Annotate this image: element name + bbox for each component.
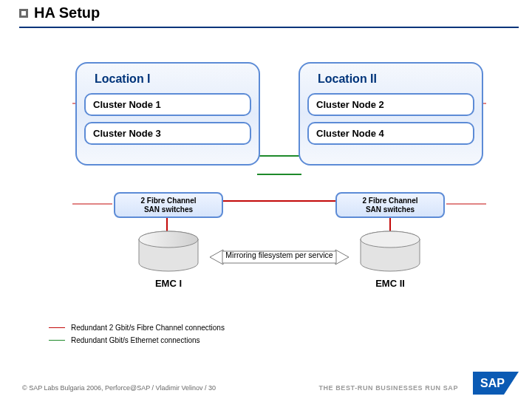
fc-switch-left-line2: SAN switches [120,205,217,214]
location-panel-left: Location I Cluster Node 1 Cluster Node 3 [75,62,260,166]
storage-label-left: EMC I [136,278,201,289]
fc-switch-right-line2: SAN switches [341,205,439,214]
svg-point-6 [139,231,198,248]
legend-fc-label: Redundant 2 Gbit/s Fibre Channel connect… [71,324,225,332]
header-rule [19,27,519,28]
cluster-node-3: Cluster Node 3 [84,122,251,145]
svg-point-8 [361,231,420,248]
sap-logo-icon: SAP [473,372,519,395]
storage-label-right: EMC II [358,278,423,289]
mirror-label: Mirroring filesystem per service [211,250,347,259]
cluster-node-4: Cluster Node 4 [307,122,474,145]
location-title-right: Location II [318,72,474,86]
storage-cylinder-right: EMC II [358,231,423,291]
cylinder-icon [358,231,423,275]
footer-tagline: THE BEST-RUN BUSINESSES RUN SAP [318,384,458,392]
fc-switch-right-line1: 2 Fibre Channel [341,197,439,205]
fc-switch-right: 2 Fibre Channel SAN switches [335,192,445,218]
cylinder-icon [136,231,201,275]
legend-fc-line-icon [49,327,65,328]
legend-row-eth: Redundant Gbit/s Ethernet connections [49,336,225,344]
page-title: HA Setup [34,4,100,21]
footer-copyright: © SAP Labs Bulgaria 2006, Perforce@SAP /… [22,384,216,392]
legend-row-fc: Redundant 2 Gbit/s Fibre Channel connect… [49,324,225,332]
location-title-left: Location I [95,72,251,86]
legend-eth-line-icon [49,340,65,341]
fc-switch-left: 2 Fibre Channel SAN switches [114,192,223,218]
fc-switch-left-line1: 2 Fibre Channel [120,197,217,205]
legend: Redundant 2 Gbit/s Fibre Channel connect… [49,324,225,349]
cluster-node-1: Cluster Node 1 [84,93,251,116]
svg-text:SAP: SAP [480,377,505,389]
location-panel-right: Location II Cluster Node 2 Cluster Node … [299,62,483,166]
storage-cylinder-left: EMC I [136,231,201,291]
section-marker-icon [19,9,28,18]
cluster-node-2: Cluster Node 2 [307,93,474,116]
ha-diagram: Location I Cluster Node 1 Cluster Node 3… [72,56,486,278]
legend-eth-label: Redundant Gbit/s Ethernet connections [71,336,200,344]
